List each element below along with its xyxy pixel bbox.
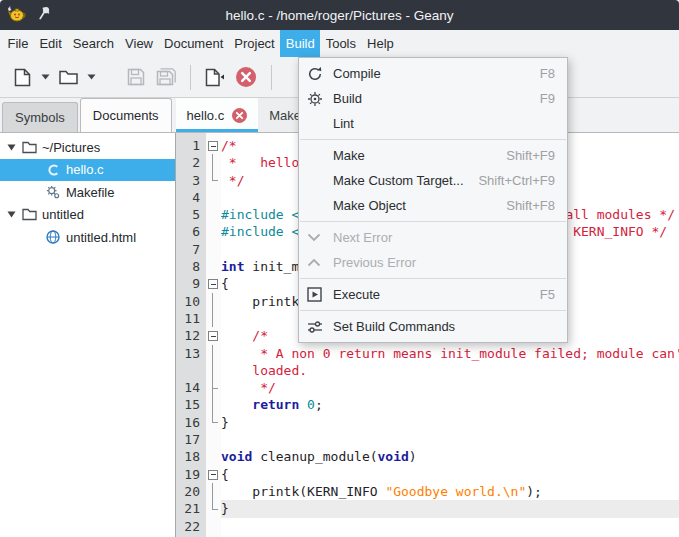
code-line-17 — [221, 431, 679, 448]
code-line-wrap: loaded. — [221, 362, 679, 379]
fold-margin-cell — [206, 518, 221, 535]
fold-margin-cell — [206, 293, 221, 310]
menu-item-shortcut: Shift+F9 — [506, 148, 555, 163]
menubar-item-file[interactable]: File — [2, 30, 34, 57]
menubar-item-build[interactable]: Build — [280, 30, 320, 57]
menu-item-shortcut: F5 — [540, 287, 555, 302]
menu-separator — [300, 310, 566, 311]
tree-item-hello-c[interactable]: hello.c — [0, 159, 175, 182]
window-title: hello.c - /home/roger/Pictures - Geany — [0, 8, 679, 23]
fold-margin-cell — [206, 258, 221, 275]
fold-margin-cell — [206, 172, 221, 189]
code-line-13: * A non 0 return means init_module faile… — [221, 345, 679, 362]
tree-item-untitled-html[interactable]: untitled.html — [0, 226, 175, 249]
fold-margin-cell — [206, 483, 221, 500]
fold-margin-cell — [206, 500, 221, 517]
code-line-16: } — [221, 414, 679, 431]
new-file-button[interactable] — [9, 62, 35, 92]
menubar-item-tools[interactable]: Tools — [320, 30, 361, 57]
line-number: 6 — [176, 223, 206, 240]
code-line-14: */ — [221, 379, 679, 396]
fold-margin-cell — [206, 414, 221, 431]
tree-item-makefile[interactable]: Makefile — [0, 181, 175, 204]
line-number: 8 — [176, 258, 206, 275]
tree-item-label: Makefile — [66, 185, 114, 200]
menu-separator — [300, 221, 566, 222]
line-number: 5 — [176, 206, 206, 223]
revert-button[interactable] — [202, 62, 228, 92]
menubar-item-project[interactable]: Project — [229, 30, 280, 57]
sliders-icon — [307, 320, 333, 334]
gear-tree-icon — [44, 185, 62, 199]
code-line-19: { — [221, 466, 679, 483]
sidebar-tabs: SymbolsDocuments — [0, 98, 172, 132]
build-menu-item-make-custom-target[interactable]: Make Custom Target...Shift+Ctrl+F9 — [299, 168, 567, 193]
toolbar-separator — [271, 65, 272, 90]
sidebar-tab-documents[interactable]: Documents — [80, 98, 172, 132]
menubar-item-help[interactable]: Help — [362, 30, 400, 57]
build-menu-item-next-error: Next Error — [299, 225, 567, 250]
menubar-item-view[interactable]: View — [120, 30, 159, 57]
line-number: 2 — [176, 154, 206, 171]
build-menu-item-compile[interactable]: CompileF8 — [299, 61, 567, 86]
menubar-item-document[interactable]: Document — [159, 30, 229, 57]
save-button — [123, 62, 149, 92]
line-number: 22 — [176, 518, 206, 535]
fold-toggle-icon[interactable] — [206, 327, 221, 344]
build-menu-item-lint[interactable]: Lint — [299, 111, 567, 136]
fold-toggle-icon[interactable] — [206, 137, 221, 154]
open-file-menu-button[interactable] — [85, 62, 97, 92]
toolbar-separator — [190, 65, 191, 90]
menu-item-label: Next Error — [333, 230, 555, 245]
line-number: 16 — [176, 414, 206, 431]
line-number: 12 — [176, 327, 206, 344]
titlebar: hello.c - /home/roger/Pictures - Geany — [0, 0, 679, 30]
menu-item-label: Lint — [333, 116, 555, 131]
folder-icon — [20, 141, 38, 154]
close-tab-icon[interactable] — [232, 108, 247, 123]
editor-tab-hello-c[interactable]: hello.c — [176, 98, 259, 132]
menubar-item-search[interactable]: Search — [67, 30, 119, 57]
expander-icon[interactable] — [4, 144, 18, 151]
close-file-button[interactable] — [232, 62, 260, 92]
geany-window: { "window": { "title": "hello.c - /home/… — [0, 0, 679, 537]
code-line-20: printk(KERN_INFO "Goodbye world.\n"); — [221, 483, 679, 500]
menu-item-shortcut: F8 — [540, 66, 555, 81]
new-file-menu-button[interactable] — [39, 62, 51, 92]
line-number: 21 — [176, 500, 206, 517]
menubar-item-edit[interactable]: Edit — [34, 30, 67, 57]
menu-item-label: Set Build Commands — [333, 319, 555, 334]
line-number: 19 — [176, 466, 206, 483]
tree-item-untitled[interactable]: untitled — [0, 204, 175, 227]
gear-icon — [307, 91, 333, 107]
fold-margin-cell — [206, 362, 221, 379]
fold-toggle-icon[interactable] — [206, 466, 221, 483]
save-all-button — [153, 62, 179, 92]
build-menu-item-execute[interactable]: ExecuteF5 — [299, 282, 567, 307]
line-number: 10 — [176, 293, 206, 310]
fold-toggle-icon[interactable] — [206, 275, 221, 292]
editor-fold-margin — [206, 133, 221, 537]
build-menu-item-set-build-commands[interactable]: Set Build Commands — [299, 314, 567, 339]
tree-item-label: untitled — [42, 207, 84, 222]
line-number: 20 — [176, 483, 206, 500]
tree-item-pictures[interactable]: ~/Pictures — [0, 136, 175, 159]
line-number: 4 — [176, 189, 206, 206]
menu-separator — [300, 139, 566, 140]
build-menu-item-previous-error: Previous Error — [299, 250, 567, 275]
menu-item-shortcut: Shift+Ctrl+F9 — [478, 173, 555, 188]
build-menu-item-make-object[interactable]: Make ObjectShift+F8 — [299, 193, 567, 218]
c-file-icon — [44, 163, 62, 177]
editor-tab-label: hello.c — [187, 108, 225, 123]
sidebar-tab-symbols[interactable]: Symbols — [2, 102, 78, 132]
build-menu-item-build[interactable]: BuildF9 — [299, 86, 567, 111]
build-menu-item-make[interactable]: MakeShift+F9 — [299, 143, 567, 168]
globe-icon — [44, 230, 62, 244]
open-file-button[interactable] — [55, 62, 81, 92]
geany-app-icon — [7, 5, 27, 26]
expander-icon[interactable] — [4, 211, 18, 218]
menu-item-label: Make Custom Target... — [333, 173, 478, 188]
menu-item-label: Compile — [333, 66, 540, 81]
build-menu-dropdown: CompileF8BuildF9LintMakeShift+F9Make Cus… — [298, 57, 568, 343]
line-number: 14 — [176, 379, 206, 396]
